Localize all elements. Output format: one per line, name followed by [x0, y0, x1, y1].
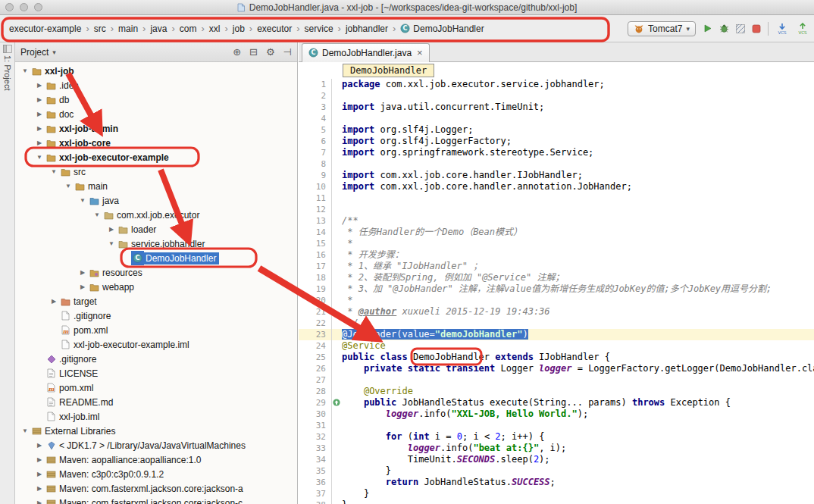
breadcrumb-item-job[interactable]: job — [231, 22, 246, 36]
tab-demojobhandler[interactable]: C DemoJobHandler.java × — [302, 43, 430, 62]
breadcrumb-item-java[interactable]: java — [149, 22, 168, 36]
tree-item-external-libraries[interactable]: ▼External Libraries — [15, 424, 297, 438]
tree-item-webapp[interactable]: ▶webapp — [15, 280, 297, 294]
tree-item-xxl-job[interactable]: ▼xxl-job — [15, 64, 297, 78]
tree-collapsed-arrow-icon[interactable]: ▶ — [34, 96, 45, 103]
tree-item-maven-com.fasterxml.jackson.core-jackson-a[interactable]: ▶Maven: com.fasterxml.jackson.core:jacks… — [15, 481, 297, 496]
tree-item-target[interactable]: ▶target — [15, 294, 297, 308]
code-line-9[interactable]: 9import com.xxl.job.core.handler.IJobHan… — [299, 170, 814, 181]
breadcrumb-item-demojobhandler[interactable]: CDemoJobHandler — [399, 22, 485, 36]
tree-item-src[interactable]: ▼src — [15, 164, 297, 179]
code-line-23[interactable]: 23@JobHander(value="demoJobHandler") — [299, 329, 814, 340]
tree-item-maven-com.fasterxml.jackson.core-jackson-c[interactable]: ▶Maven: com.fasterxml.jackson.core:jacks… — [15, 496, 297, 504]
code-line-8[interactable]: 8 — [299, 158, 814, 170]
tree-collapsed-arrow-icon[interactable]: ▶ — [34, 499, 45, 504]
code-line-30[interactable]: 30 logger.info("XXL-JOB, Hello World."); — [299, 409, 814, 420]
tree-item-demojobhandler[interactable]: CDemoJobHandler — [15, 251, 297, 265]
code-line-11[interactable]: 11 — [299, 193, 814, 204]
code-editor[interactable]: 1package com.xxl.job.executor.service.jo… — [299, 79, 814, 504]
tree-item-loader[interactable]: ▶loader — [15, 222, 297, 236]
code-line-22[interactable]: 22 */ — [299, 318, 814, 329]
code-line-1[interactable]: 1package com.xxl.job.executor.service.jo… — [299, 79, 814, 90]
tree-item-doc[interactable]: ▶doc — [15, 107, 297, 121]
code-line-6[interactable]: 6import org.slf4j.LoggerFactory; — [299, 136, 814, 147]
code-line-38[interactable]: 38} — [299, 499, 814, 504]
code-line-28[interactable]: 28 @Override — [299, 386, 814, 397]
tree-item-db[interactable]: ▶db — [15, 92, 297, 107]
close-icon[interactable]: × — [417, 47, 423, 58]
run-button[interactable] — [703, 23, 712, 33]
tree-collapsed-arrow-icon[interactable]: ▶ — [34, 111, 45, 117]
vcs-update-button[interactable]: VCS — [775, 23, 789, 35]
tree-item-xxl-job-executor-example.iml[interactable]: xxl-job-executor-example.iml — [15, 337, 297, 352]
tree-item-service.jobhandler[interactable]: ▼service.jobhandler — [15, 236, 297, 251]
code-line-16[interactable]: 16 * 开发步骤： — [299, 249, 814, 261]
breadcrumb-item-com[interactable]: com — [178, 22, 199, 36]
tree-item-pom.xml[interactable]: mpom.xml — [15, 323, 297, 337]
code-line-25[interactable]: 25public class DemoJobHandler extends IJ… — [299, 352, 814, 363]
debug-button[interactable] — [719, 23, 729, 33]
tree-item-resources[interactable]: ▶resources — [15, 265, 297, 280]
vcs-commit-button[interactable]: VCS — [796, 23, 809, 35]
breadcrumb-item-jobhandler[interactable]: jobhandler — [344, 22, 390, 36]
hide-panel-icon[interactable]: ⊣ — [283, 46, 292, 58]
code-line-13[interactable]: 13/** — [299, 215, 814, 227]
tree-collapsed-arrow-icon[interactable]: ▶ — [34, 442, 45, 449]
tree-collapsed-arrow-icon[interactable]: ▶ — [34, 471, 45, 477]
tree-expanded-arrow-icon[interactable]: ▼ — [92, 211, 102, 218]
tree-expanded-arrow-icon[interactable]: ▼ — [63, 183, 74, 189]
tree-item-.gitignore[interactable]: .gitignore — [15, 352, 297, 366]
code-line-4[interactable]: 4 — [299, 113, 814, 124]
breadcrumb-item-src[interactable]: src — [92, 22, 108, 36]
tree-item-maven-c3p0-c3p0-0.9.1.2[interactable]: ▶Maven: c3p0:c3p0:0.9.1.2 — [15, 467, 297, 481]
breadcrumb-item-executor-example[interactable]: executor-example — [8, 22, 83, 36]
code-line-17[interactable]: 17 * 1、继承 "IJobHandler" ； — [299, 261, 814, 272]
code-line-26[interactable]: 26 private static transient Logger logge… — [299, 363, 814, 374]
settings-gear-icon[interactable]: ⚙ — [266, 46, 275, 58]
code-line-10[interactable]: 10import com.xxl.job.core.handler.annota… — [299, 181, 814, 193]
breadcrumb-item-main[interactable]: main — [117, 22, 139, 36]
tree-collapsed-arrow-icon[interactable]: ▶ — [34, 485, 45, 492]
tree-item-xxl-job.iml[interactable]: xxl-job.iml — [15, 409, 297, 424]
code-line-32[interactable]: 32 for (int i = 0; i < 2; i++) { — [299, 431, 814, 443]
tree-collapsed-arrow-icon[interactable]: ▶ — [77, 269, 88, 276]
code-line-36[interactable]: 36 return JobHandleStatus.SUCCESS; — [299, 477, 814, 488]
code-line-14[interactable]: 14 * 任务Handler的一个Demo（Bean模式） — [299, 227, 814, 238]
project-panel-title[interactable]: Project — [20, 47, 49, 58]
tree-item-jdk1.7-library-java-javavirtualmachines[interactable]: ▶< JDK1.7 > /Library/Java/JavaVirtualMac… — [15, 438, 297, 452]
stop-button[interactable] — [752, 24, 761, 33]
coverage-button[interactable] — [736, 24, 745, 33]
tree-item-com.xxl.job.executor[interactable]: ▼com.xxl.job.executor — [15, 208, 297, 222]
project-toolwindow-button[interactable]: 1: Project — [0, 45, 14, 90]
tree-expanded-arrow-icon[interactable]: ▼ — [34, 154, 45, 161]
code-line-35[interactable]: 35 } — [299, 465, 814, 477]
code-line-3[interactable]: 3import java.util.concurrent.TimeUnit; — [299, 102, 814, 113]
tree-expanded-arrow-icon[interactable]: ▼ — [49, 168, 59, 175]
tree-collapsed-arrow-icon[interactable]: ▶ — [77, 283, 88, 290]
code-line-20[interactable]: 20 * — [299, 295, 814, 306]
code-line-5[interactable]: 5import org.slf4j.Logger; — [299, 124, 814, 136]
tree-expanded-arrow-icon[interactable]: ▼ — [20, 427, 30, 434]
code-line-34[interactable]: 34 TimeUnit.SECONDS.sleep(2); — [299, 454, 814, 465]
breadcrumb-item-service[interactable]: service — [303, 22, 335, 36]
tree-item-readme.md[interactable]: README.md — [15, 395, 297, 409]
code-line-18[interactable]: 18 * 2、装配到Spring, 例如加 "@Service" 注解； — [299, 272, 814, 283]
tree-item-license[interactable]: LICENSE — [15, 366, 297, 380]
tree-item-main[interactable]: ▼main — [15, 179, 297, 193]
tree-collapsed-arrow-icon[interactable]: ▶ — [106, 226, 117, 233]
tree-item-.idea[interactable]: ▶.idea — [15, 78, 297, 92]
tree-item-.gitignore[interactable]: .gitignore — [15, 308, 297, 323]
tree-item-xxl-job-executor-example[interactable]: ▼xxl-job-executor-example — [15, 150, 297, 164]
code-line-27[interactable]: 27 — [299, 374, 814, 386]
tree-collapsed-arrow-icon[interactable]: ▶ — [34, 139, 45, 146]
tree-collapsed-arrow-icon[interactable]: ▶ — [49, 298, 59, 305]
code-line-29[interactable]: 29 public JobHandleStatus execute(String… — [299, 397, 814, 409]
tree-expanded-arrow-icon[interactable]: ▼ — [20, 67, 30, 74]
code-line-19[interactable]: 19 * 3、加 "@JobHander" 注解，注解value值为新增任务生成… — [299, 283, 814, 295]
code-line-24[interactable]: 24@Service — [299, 340, 814, 352]
code-line-37[interactable]: 37 } — [299, 488, 814, 499]
breadcrumb-item-xxl[interactable]: xxl — [208, 22, 222, 36]
tree-item-maven-aopalliance-aopalliance-1.0[interactable]: ▶Maven: aopalliance:aopalliance:1.0 — [15, 452, 297, 467]
code-line-33[interactable]: 33 logger.info("beat at:{}", i); — [299, 443, 814, 454]
code-line-2[interactable]: 2 — [299, 90, 814, 102]
